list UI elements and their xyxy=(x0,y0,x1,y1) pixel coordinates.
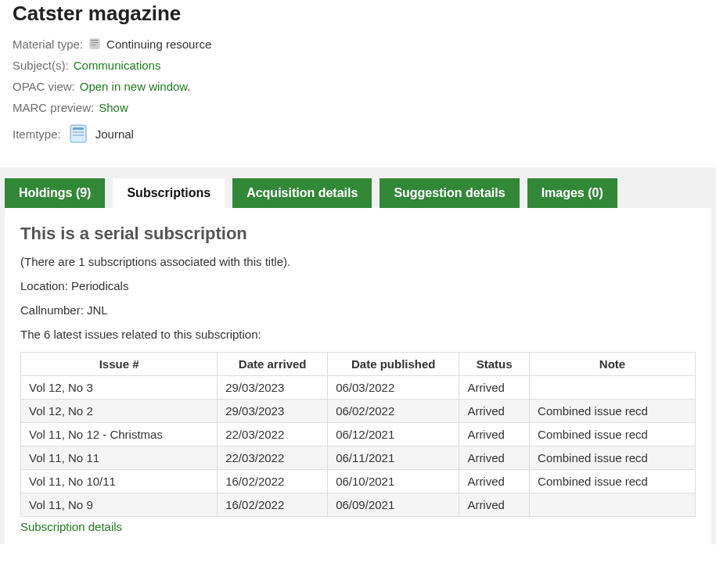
marc-label: MARC preview: xyxy=(13,101,94,114)
col-date-arrived: Date arrived xyxy=(218,353,328,376)
cell-arrived: 22/03/2022 xyxy=(218,423,328,446)
cell-status: Arrived xyxy=(459,423,530,446)
cell-issue: Vol 11, No 9 xyxy=(21,493,218,517)
cell-note: Combined issue recd xyxy=(530,400,696,423)
opac-link[interactable]: Open in new window xyxy=(80,80,188,93)
cell-status: Arrived xyxy=(459,470,530,493)
itemtype-value: Journal xyxy=(95,127,134,141)
col-note: Note xyxy=(530,353,696,376)
cell-arrived: 16/02/2022 xyxy=(218,470,328,493)
table-header-row: Issue # Date arrived Date published Stat… xyxy=(21,353,696,376)
itemtype-label: Itemtype: xyxy=(13,127,61,141)
cell-arrived: 16/02/2022 xyxy=(218,493,328,517)
svg-rect-4 xyxy=(73,134,84,136)
subscription-heading: This is a serial subscription xyxy=(20,224,696,244)
cell-arrived: 29/03/2023 xyxy=(218,376,328,400)
subscription-latest-line: The 6 latest issues related to this subs… xyxy=(20,328,696,341)
table-row: Vol 11, No 10/1116/02/202206/10/2021Arri… xyxy=(21,470,696,493)
opac-line: OPAC view: Open in new window. xyxy=(13,80,703,93)
cell-status: Arrived xyxy=(459,446,530,470)
issues-table: Issue # Date arrived Date published Stat… xyxy=(20,352,696,517)
cell-status: Arrived xyxy=(459,400,530,423)
itemtype-icon xyxy=(66,122,91,145)
tab-bar: Holdings (9) Subscriptions Acquisition d… xyxy=(5,178,711,208)
tab-holdings[interactable]: Holdings (9) xyxy=(5,178,105,208)
subjects-link[interactable]: Communications xyxy=(74,59,161,72)
subscription-location: Location: Periodicals xyxy=(20,279,696,292)
material-type-icon xyxy=(88,37,102,51)
svg-rect-2 xyxy=(73,127,84,130)
cell-note: Combined issue recd xyxy=(530,446,696,470)
subjects-label: Subject(s): xyxy=(13,59,69,72)
table-row: Vol 11, No 1122/03/202206/11/2021Arrived… xyxy=(21,446,696,470)
tab-acquisition-details[interactable]: Acquisition details xyxy=(232,178,372,208)
cell-status: Arrived xyxy=(459,493,530,517)
cell-note xyxy=(530,376,696,400)
material-type-line: Material type: Continuing resource xyxy=(13,37,703,51)
table-row: Vol 11, No 12 - Christmas22/03/202206/12… xyxy=(21,423,696,446)
cell-published: 06/03/2022 xyxy=(328,376,459,400)
cell-arrived: 29/03/2023 xyxy=(218,400,328,423)
opac-punct: . xyxy=(187,80,190,93)
tab-subscriptions[interactable]: Subscriptions xyxy=(113,178,225,208)
cell-published: 06/11/2021 xyxy=(328,446,459,470)
cell-note: Combined issue recd xyxy=(530,470,696,493)
table-row: Vol 11, No 916/02/202206/09/2021Arrived xyxy=(21,493,696,517)
table-row: Vol 12, No 229/03/202306/02/2022ArrivedC… xyxy=(21,400,696,423)
subscriptions-panel: This is a serial subscription (There are… xyxy=(5,208,711,544)
col-issue: Issue # xyxy=(21,353,218,376)
marc-show-link[interactable]: Show xyxy=(99,101,128,114)
page-title: Catster magazine xyxy=(13,2,703,26)
material-type-value: Continuing resource xyxy=(106,38,211,51)
col-date-published: Date published xyxy=(328,353,459,376)
cell-note: Combined issue recd xyxy=(530,423,696,446)
material-type-label: Material type: xyxy=(13,38,83,51)
cell-issue: Vol 11, No 12 - Christmas xyxy=(21,423,218,446)
cell-issue: Vol 11, No 11 xyxy=(21,446,218,470)
cell-published: 06/12/2021 xyxy=(328,423,459,446)
col-status: Status xyxy=(459,353,530,376)
cell-arrived: 22/03/2022 xyxy=(218,446,328,470)
cell-issue: Vol 12, No 3 xyxy=(21,376,218,400)
subscription-callnumber: Callnumber: JNL xyxy=(20,303,696,317)
svg-rect-3 xyxy=(73,131,84,133)
cell-published: 06/09/2021 xyxy=(328,493,459,517)
cell-status: Arrived xyxy=(459,376,530,400)
table-row: Vol 12, No 329/03/202306/03/2022Arrived xyxy=(21,376,696,400)
cell-note xyxy=(530,493,696,517)
tab-images[interactable]: Images (0) xyxy=(527,178,617,208)
cell-published: 06/02/2022 xyxy=(328,400,459,423)
tab-suggestion-details[interactable]: Suggestion details xyxy=(380,178,519,208)
marc-line: MARC preview: Show xyxy=(13,101,703,114)
subjects-line: Subject(s): Communications xyxy=(13,59,703,72)
subscription-count-note: (There are 1 subscriptions associated wi… xyxy=(20,255,696,268)
subscription-details-link[interactable]: Subscription details xyxy=(20,520,122,533)
cell-published: 06/10/2021 xyxy=(328,470,459,493)
cell-issue: Vol 12, No 2 xyxy=(21,400,218,423)
opac-label: OPAC view: xyxy=(13,80,75,93)
cell-issue: Vol 11, No 10/11 xyxy=(21,470,218,493)
itemtype-line: Itemtype: Journal xyxy=(13,122,703,145)
